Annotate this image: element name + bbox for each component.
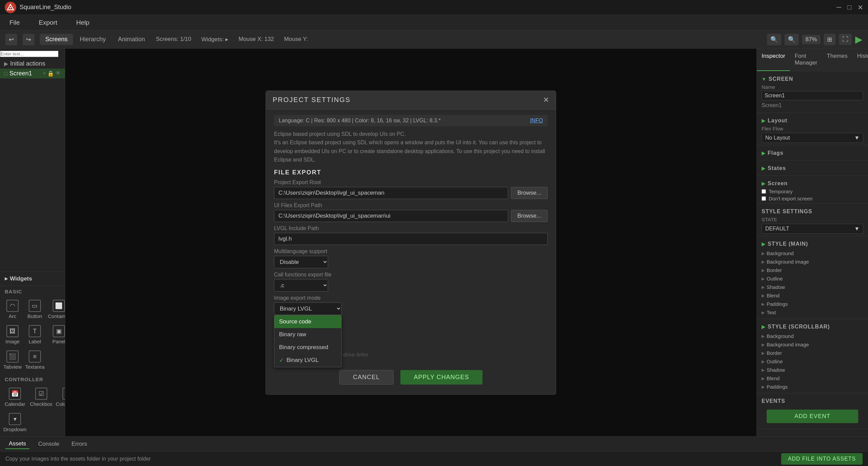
dialog-body: Language: C | Res: 800 x 480 | Color: 8,… [266,109,556,395]
fit-button[interactable]: ⊞ [824,34,836,45]
widget-dropdown[interactable]: ▾ Dropdown [2,410,28,435]
panel-label: Panel [52,339,65,344]
add-icon[interactable]: + [43,70,46,77]
calendar-icon: 📅 [9,388,21,400]
scrollbar-border[interactable]: ▶ Border [762,349,863,357]
undo-button[interactable]: ↩ [5,34,17,45]
tab-assets[interactable]: Assets [5,439,29,449]
style-border-arrow-icon: ▶ [762,268,765,273]
call-functions-label: Call functions export file [274,272,548,278]
dont-export-checkbox[interactable] [762,196,766,201]
project-settings-dialog: PROJECT SETTINGS ✕ Language: C | Res: 80… [266,91,556,395]
tab-console[interactable]: Console [35,439,63,449]
style-paddings[interactable]: ▶ Paddings [762,300,863,308]
browse-ui-files-button[interactable]: Browse... [511,210,548,222]
style-border[interactable]: ▶ Border [762,266,863,274]
dropdown-item-binary-raw[interactable]: Binary raw [274,328,341,341]
dialog-close-button[interactable]: ✕ [543,96,549,104]
widget-arc[interactable]: ◠ Arc [2,297,23,322]
style-blend[interactable]: ▶ Blend [762,291,863,300]
style-shadow[interactable]: ▶ Shadow [762,283,863,291]
style-background[interactable]: ▶ Background [762,249,863,257]
temporary-checkbox[interactable] [762,189,766,194]
redo-button[interactable]: ↪ [23,34,34,45]
menu-help[interactable]: Help [74,18,92,28]
widget-checkbox[interactable]: ☑ Checkbox [28,385,54,410]
widget-panel[interactable]: ▣ Panel [47,322,65,347]
scrollbar-blend[interactable]: ▶ Blend [762,374,863,383]
dropdown-item-binary-lvgl[interactable]: Binary LVGL [274,354,341,367]
apply-changes-button[interactable]: APPLY CHANGES [400,370,482,385]
play-button[interactable]: ▶ [855,34,863,45]
scrollbar-paddings[interactable]: ▶ Paddings [762,383,863,391]
info-link[interactable]: INFO [530,118,543,124]
close-icon[interactable]: ✕ [858,3,863,11]
style-scrollbar-header[interactable]: ▶ STYLE (SCROLLBAR) [762,321,863,332]
tab-animation[interactable]: Animation [113,34,150,45]
toolbar-info: Screens: 1/10 Widgets: ▸ Mouse X: 132 Mo… [156,36,308,43]
screen-sub-header[interactable]: ▶ Screen [762,178,863,189]
style-outline-arrow-icon: ▶ [762,276,765,281]
cancel-button[interactable]: CANCEL [339,370,394,385]
tree-item-initial-actions[interactable]: ▶ Initial actions [0,59,65,69]
browse-project-root-button[interactable]: Browse... [511,187,548,199]
call-functions-select[interactable]: .c [274,279,328,292]
scrollbar-outline[interactable]: ▶ Outline [762,357,863,366]
zoom-out-button[interactable]: 🔍 [767,34,781,45]
minimize-icon[interactable]: ─ [837,3,841,11]
menu-file[interactable]: File [7,18,23,28]
multilang-select[interactable]: Disable [274,256,328,268]
menu-export[interactable]: Export [36,18,60,28]
toolbar: ↩ ↪ Screens Hierarchy Animation Screens:… [0,30,868,49]
layout-header[interactable]: ▶ Layout [762,115,863,126]
scrollbar-background[interactable]: ▶ Background [762,332,863,340]
tab-screens[interactable]: Screens [40,34,73,45]
scrollbar-shadow[interactable]: ▶ Shadow [762,366,863,374]
widget-button[interactable]: ▭ Button [24,297,46,322]
dropdown-item-binary-compressed[interactable]: Binary compressed [274,341,341,354]
screen-name-input[interactable] [762,91,863,100]
widget-calendar[interactable]: 📅 Calendar [2,385,28,410]
tab-inspector[interactable]: Inspector [757,49,790,71]
widget-image[interactable]: 🖼 Image [2,322,23,347]
ui-files-export-value: C:\Users\ziqin\Desktop\lvgl_ui_spaceman\… [274,210,508,222]
widget-label[interactable]: T Label [24,322,46,347]
ui-files-export-field: UI Files Export Path C:\Users\ziqin\Desk… [274,202,548,222]
style-scrollbar-section: ▶ STYLE (SCROLLBAR) ▶ Background ▶ Backg… [757,319,868,393]
widget-container[interactable]: ⬜ Container [47,297,65,322]
chevron-icon: ▸ [5,275,8,282]
fullscreen-button[interactable]: ⛶ [839,34,852,45]
style-main-header[interactable]: ▶ STYLE (MAIN) [762,238,863,249]
zoom-level[interactable]: 87% [802,35,820,44]
search-input[interactable] [0,51,58,57]
flags-header[interactable]: ▶ Flags [762,147,863,158]
maximize-icon[interactable]: □ [847,3,851,11]
widget-textarea[interactable]: ≡ Textarea [24,348,46,372]
style-text[interactable]: ▶ Text [762,308,863,317]
screen-section-header[interactable]: ▼ SCREEN [762,73,863,84]
lock-icon[interactable]: 🔒 [47,70,54,77]
tab-history[interactable]: History [852,49,868,71]
add-file-button[interactable]: ADD FILE INTO ASSETS [781,453,863,465]
no-layout-dropdown[interactable]: No Layout ▼ [762,133,863,143]
tab-font-manager[interactable]: Font Manager [790,49,822,71]
tab-errors[interactable]: Errors [68,439,90,449]
app-title: SquareLine_Studio [20,4,837,11]
dialog-overlay: PROJECT SETTINGS ✕ Language: C | Res: 80… [65,49,757,436]
style-outline[interactable]: ▶ Outline [762,274,863,283]
add-event-button[interactable]: ADD EVENT [767,410,858,423]
tree-item-screen1[interactable]: □ Screen1 + 🔒 👁 [0,69,65,78]
dropdown-item-source-code[interactable]: Source code [274,315,341,328]
widget-colorwheel[interactable]: ◉ Colorwheel [54,385,65,410]
states-header[interactable]: ▶ States [762,163,863,173]
tab-hierarchy[interactable]: Hierarchy [74,34,111,45]
zoom-in-button[interactable]: 🔍 [785,34,799,45]
image-export-select[interactable]: Binary LVGL [274,302,342,315]
tab-themes[interactable]: Themes [822,49,852,71]
widget-tabview[interactable]: ⬛ Tabview [2,348,23,372]
scrollbar-background-image[interactable]: ▶ Background image [762,340,863,349]
style-background-image[interactable]: ▶ Background image [762,257,863,266]
textarea-icon: ≡ [29,350,41,363]
state-dropdown[interactable]: DEFAULT ▼ [762,224,863,234]
eye-icon[interactable]: 👁 [55,70,61,77]
